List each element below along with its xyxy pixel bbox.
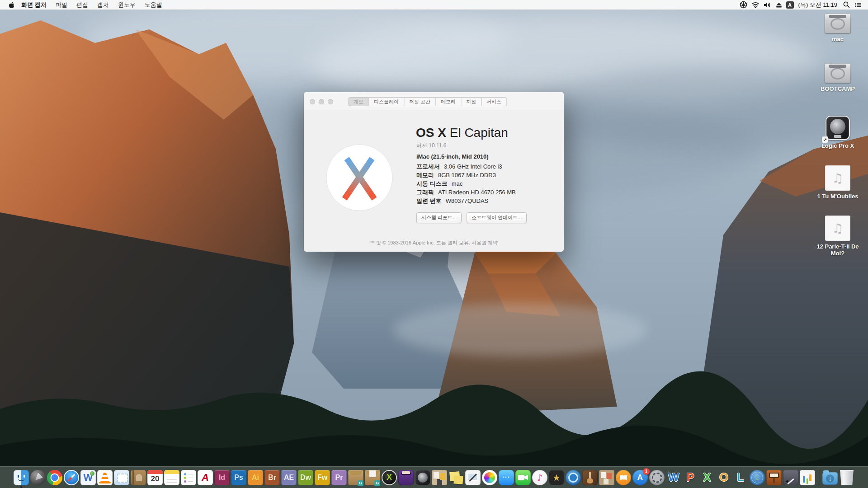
- menu-item-5[interactable]: 도움말: [140, 1, 167, 8]
- dock-trash[interactable]: [839, 470, 854, 485]
- itunes-glyph: ♪: [532, 470, 547, 485]
- dock-word[interactable]: W: [666, 470, 681, 485]
- tab-3[interactable]: 메모리: [435, 97, 461, 106]
- dock-stickies[interactable]: [448, 470, 464, 485]
- dock: W20AIdPsAiBrAEDwFwPrGGX···♪★A1WPXOL↓↓: [0, 466, 868, 488]
- dock-powerpoint[interactable]: P: [683, 470, 698, 485]
- dock-downloads-folder[interactable]: ↓: [822, 472, 838, 485]
- dock-pages[interactable]: [783, 470, 798, 485]
- tab-1[interactable]: 디스플레이: [368, 97, 404, 106]
- spec-row-1: 메모리8GB 1067 MHz DDR3: [416, 171, 516, 179]
- input-source-icon[interactable]: A: [786, 1, 794, 9]
- dock-launchpad[interactable]: [30, 470, 46, 485]
- desktop-icon-bootcamp[interactable]: BOOTCAMP: [809, 63, 866, 92]
- running-indicator: [20, 486, 22, 488]
- dock-system-preferences[interactable]: [649, 470, 665, 485]
- dock-bridge[interactable]: Br: [264, 470, 280, 485]
- spotlight-icon[interactable]: [842, 0, 851, 10]
- dock-imovie[interactable]: ★: [549, 470, 564, 485]
- dock-outlook[interactable]: O: [716, 470, 731, 485]
- software-update-button[interactable]: 소프트웨어 업데이트...: [467, 212, 527, 223]
- dock-reminders[interactable]: [181, 470, 196, 485]
- dock-indesign[interactable]: Id: [214, 470, 230, 485]
- stuffit-expander-glyph: G: [358, 480, 363, 486]
- dock-facetime[interactable]: [515, 470, 531, 485]
- dock-dvd-player[interactable]: [566, 470, 581, 485]
- tab-2[interactable]: 저장 공간: [404, 97, 436, 106]
- dock-quark-x-app[interactable]: X: [382, 470, 397, 485]
- close-button[interactable]: [310, 99, 315, 104]
- dock-grab-screen-capture[interactable]: [465, 470, 481, 485]
- dock-contacts[interactable]: [131, 470, 146, 485]
- about-this-mac-window: 개요디스플레이저장 공간메모리지원서비스 OS X El Capitan 버: [304, 92, 564, 252]
- dock-mail[interactable]: [114, 470, 129, 485]
- dock-logic-pro[interactable]: [415, 470, 430, 485]
- tab-0[interactable]: 개요: [348, 97, 369, 106]
- dock-w-globe-app[interactable]: W: [80, 470, 96, 485]
- dock-app-store[interactable]: A1: [632, 470, 648, 485]
- spec-row-2: 시동 디스크mac: [416, 179, 516, 188]
- desktop-icon-column: macBOOTCAMP↗Logic Pro X♫1 Tu M'Oublies♫1…: [809, 10, 866, 290]
- menu-item-0[interactable]: 화면 캡처: [17, 1, 51, 8]
- dock-safari[interactable]: [64, 470, 79, 485]
- dock-separator: [819, 469, 819, 486]
- desktop-icon-label: BOOTCAMP: [821, 85, 855, 92]
- dock-calendar[interactable]: 20: [147, 470, 163, 485]
- os-version: 버전 10.11.6: [416, 142, 446, 150]
- system-report-button[interactable]: 시스템 리포트...: [416, 212, 462, 223]
- dock-notes[interactable]: [164, 470, 179, 485]
- menu-item-2[interactable]: 편집: [72, 1, 93, 8]
- dock-vlc[interactable]: [97, 470, 113, 485]
- menu-item-1[interactable]: 파일: [51, 1, 72, 8]
- desktop-icon-tu-m-oublies[interactable]: ♫1 Tu M'Oublies: [809, 165, 866, 200]
- dock-dreamweaver[interactable]: Dw: [298, 470, 313, 485]
- dock-garageband[interactable]: [582, 470, 598, 485]
- eject-icon[interactable]: [774, 0, 783, 10]
- dock-finder[interactable]: [14, 470, 29, 485]
- window-titlebar[interactable]: 개요디스플레이저장 공간메모리지원서비스: [304, 92, 564, 111]
- dock-pinboard-app[interactable]: [599, 470, 614, 485]
- mac-model: iMac (21.5-inch, Mid 2010): [416, 153, 489, 160]
- dock-messages[interactable]: ···: [499, 470, 514, 485]
- dock-web-downloader[interactable]: ↓: [750, 470, 765, 485]
- dock-photos[interactable]: [482, 470, 497, 485]
- calendar-glyph: 20: [147, 473, 163, 485]
- volume-icon[interactable]: [763, 0, 772, 10]
- dock-keynote[interactable]: [766, 470, 782, 485]
- dock-premiere[interactable]: Pr: [331, 470, 347, 485]
- dock-stuffit-expander[interactable]: G: [348, 470, 363, 485]
- dock-lync[interactable]: L: [733, 470, 748, 485]
- dock-chrome[interactable]: [47, 470, 62, 485]
- dock-fireworks[interactable]: Fw: [315, 470, 330, 485]
- tab-4[interactable]: 지원: [461, 97, 481, 106]
- fan-icon[interactable]: [739, 0, 748, 10]
- desktop-icon-parle-t-il-de-moi[interactable]: ♫12 Parle-T-Il De Moi?: [809, 216, 866, 257]
- dock-photoshop[interactable]: Ps: [231, 470, 246, 485]
- dock-dropstuff[interactable]: G: [365, 470, 380, 485]
- dock-acrobat[interactable]: A: [198, 470, 213, 485]
- dock-after-effects[interactable]: AE: [281, 470, 297, 485]
- minimize-button[interactable]: [319, 99, 324, 104]
- dock-craft-app[interactable]: [432, 470, 447, 485]
- menu-item-4[interactable]: 윈도우: [113, 1, 140, 8]
- desktop-icon-label: Logic Pro X: [821, 142, 854, 149]
- apple-menu-icon[interactable]: [8, 1, 15, 9]
- desktop-icon-logic-pro-x[interactable]: ↗Logic Pro X: [809, 116, 866, 149]
- wifi-icon[interactable]: [751, 0, 760, 10]
- menu-item-3[interactable]: 캡처: [93, 1, 113, 8]
- spec-label: 그래픽: [416, 189, 434, 196]
- tab-5[interactable]: 서비스: [481, 97, 507, 106]
- zoom-button[interactable]: [328, 99, 333, 104]
- bridge-glyph: Br: [264, 470, 280, 485]
- music-note-icon: ♫: [832, 171, 843, 186]
- dock-illustrator[interactable]: Ai: [248, 470, 263, 485]
- dock-numbers[interactable]: [800, 470, 815, 485]
- dock-toast[interactable]: [398, 470, 414, 485]
- dock-excel[interactable]: X: [699, 470, 715, 485]
- dock-itunes[interactable]: ♪: [532, 470, 547, 485]
- desktop-icon-mac[interactable]: mac: [809, 14, 866, 42]
- desktop-icon-label: 12 Parle-T-Il De Moi?: [811, 243, 865, 257]
- menubar-clock[interactable]: (목) 오전 11:19: [797, 1, 839, 9]
- dock-ibooks[interactable]: [616, 470, 631, 485]
- notification-center-icon[interactable]: [854, 0, 863, 10]
